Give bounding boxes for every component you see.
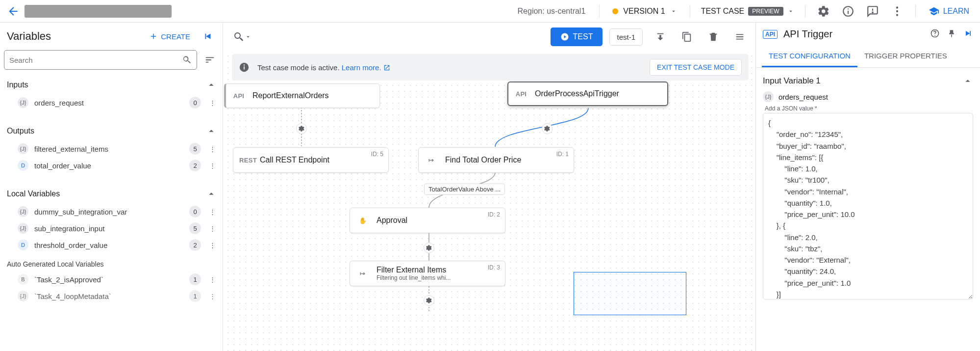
var-name: filtered_external_items [34,145,183,153]
panel-title: API Trigger [783,28,924,40]
var-name: total_order_value [34,162,183,170]
var-type-icon: D [18,160,28,171]
var-type-icon: D [18,240,28,250]
exit-test-mode-button[interactable]: EXIT TEST CASE MODE [650,59,742,76]
svg-rect-10 [244,66,245,69]
var-menu-button[interactable]: ⋮ [207,242,218,249]
section-autogen-label: Auto Generated Local Variables [0,253,223,271]
var-count: 5 [189,143,201,155]
var-type-icon: {J} [18,291,28,301]
section-label: Local Variables [7,189,60,198]
var-menu-button[interactable]: ⋮ [207,162,218,169]
help-button[interactable] [930,28,940,40]
tab-test-configuration[interactable]: TEST CONFIGURATION [762,46,857,67]
info-button[interactable] [838,1,858,22]
variable-row[interactable]: D threshold_order_value 2 ⋮ [0,237,223,253]
chevron-up-icon [206,126,217,136]
variable-row[interactable]: {J} orders_request 0 ⋮ [0,94,223,111]
node-title: Call REST Endpoint [260,156,329,164]
pin-button[interactable] [947,28,956,40]
svg-point-5 [896,6,898,8]
api-icon: API [514,90,528,98]
graduation-cap-icon [929,6,939,17]
filter-button[interactable] [202,52,218,68]
status-dot-icon [612,8,618,14]
variable-row[interactable]: {J} filtered_external_items 5 ⋮ [0,140,223,157]
test-select[interactable]: test-1 [609,28,643,46]
variable-row[interactable]: {J} sub_integration_input 5 ⋮ [0,220,223,237]
learn-button[interactable]: LEARN [924,6,974,17]
top-bar: Region: us-central1 VERSION 1 TEST CASE … [0,0,980,23]
variables-panel: Variables CREATE Inputs [0,23,223,351]
search-icon [182,55,192,65]
more-button[interactable] [887,1,907,22]
version-selector[interactable]: VERSION 1 [607,7,681,16]
var-type-icon: {J} [18,223,28,234]
section-label: Outputs [7,127,34,135]
list-button[interactable] [731,28,749,46]
test-name: test-1 [617,33,635,41]
var-menu-button[interactable]: ⋮ [207,99,218,107]
node-title: Approval [377,216,407,225]
region-label: Region: us-central1 [518,7,586,16]
test-button[interactable]: TEST [551,27,603,46]
download-button[interactable] [652,28,669,46]
node-title: Find Total Order Price [445,156,521,164]
expand-panel-button[interactable] [963,28,973,40]
delete-button[interactable] [704,28,722,46]
collapse-panel-button[interactable] [200,28,216,44]
var-menu-button[interactable]: ⋮ [207,145,218,153]
node-filter-external-items[interactable]: ↦ Filter External Items Filtering out li… [350,261,505,286]
create-variable-button[interactable]: CREATE [144,29,195,44]
section-outputs[interactable]: Outputs [0,121,223,140]
svg-point-2 [848,8,849,9]
variable-row[interactable]: B `Task_2_isApproved` 1 ⋮ [0,271,223,288]
var-count: 2 [189,239,201,251]
search-input[interactable] [9,56,182,64]
node-call-rest-endpoint[interactable]: REST Call REST Endpoint ID: 5 [233,147,389,173]
node-report-external-orders[interactable]: API ReportExternalOrders [224,83,380,108]
var-name: threshold_order_value [34,241,183,249]
section-label: Inputs [7,81,28,89]
variable-row[interactable]: {J} `Task_4_loopMetadata` 1 ⋮ [0,288,223,304]
edge-label[interactable]: TotalOrderValue Above ... [424,184,505,195]
learn-more-link[interactable]: Learn more. [342,63,390,72]
back-button[interactable] [6,4,21,19]
canvas[interactable]: Test case mode is active. Learn more. EX… [223,51,755,351]
settings-button[interactable] [813,1,834,22]
test-case-selector[interactable]: TEST CASE PREVIEW [698,7,797,16]
var-name: dummy_sub_integration_var [34,208,183,216]
approval-icon: ✋ [356,217,370,224]
feedback-button[interactable] [862,1,883,22]
edge-gear-icon[interactable] [424,243,434,253]
var-menu-button[interactable]: ⋮ [207,276,218,283]
edge-gear-icon[interactable] [296,123,307,134]
preview-badge: PREVIEW [748,7,783,16]
var-name: `Task_2_isApproved` [34,275,183,284]
create-label: CREATE [161,32,190,41]
zoom-button[interactable] [230,29,254,45]
copy-button[interactable] [678,28,696,46]
var-menu-button[interactable]: ⋮ [207,293,218,300]
svg-point-6 [896,10,898,12]
test-mode-banner: Test case mode is active. Learn more. EX… [232,54,749,81]
variable-row[interactable]: {J} dummy_sub_integration_var 0 ⋮ [0,203,223,220]
section-inputs[interactable]: Inputs [0,75,223,94]
node-order-process-api-trigger[interactable]: API OrderProcessApiTrigger [507,81,668,106]
node-find-total-order-price[interactable]: ↦ Find Total Order Price ID: 1 [418,147,574,173]
var-menu-button[interactable]: ⋮ [207,208,218,216]
tab-trigger-properties[interactable]: TRIGGER PROPERTIES [857,46,954,67]
json-value-input[interactable]: { "order_no": "12345", "buyer_id": "raam… [763,113,973,299]
variable-row[interactable]: D total_order_value 2 ⋮ [0,157,223,174]
var-menu-button[interactable]: ⋮ [207,225,218,232]
edge-gear-icon[interactable] [424,295,434,306]
var-type-icon: B [18,274,28,285]
section-local[interactable]: Local Variables [0,184,223,203]
selection-box [574,272,686,315]
input-variable-header[interactable]: Input Variable 1 [756,68,980,91]
node-approval[interactable]: ✋ Approval ID: 2 [350,208,505,233]
external-link-icon [383,64,390,71]
rest-icon: REST [239,157,253,164]
var-name: sub_integration_input [34,224,183,233]
edge-gear-icon[interactable] [542,123,553,134]
